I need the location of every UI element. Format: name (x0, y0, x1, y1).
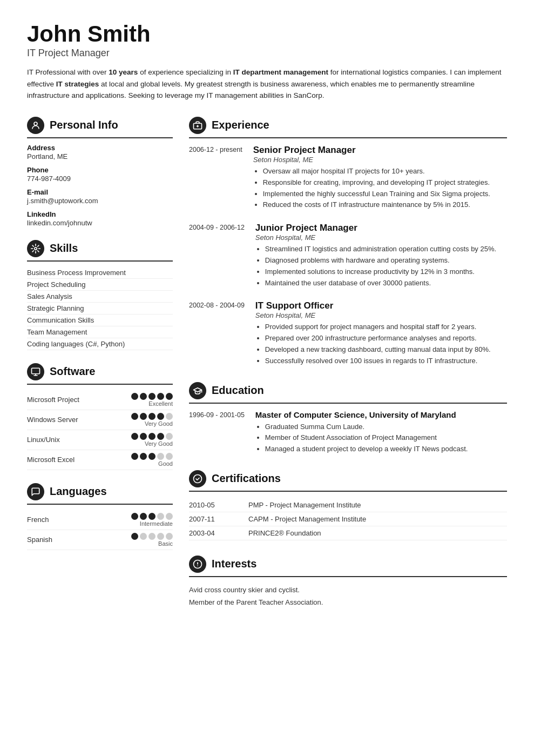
skills-icon (27, 240, 44, 257)
dot (140, 433, 147, 440)
dot (140, 453, 147, 460)
skill-item-6: Team Management (27, 326, 173, 338)
skill-item-3: Sales Analysis (27, 291, 173, 303)
skill-item-1: Business Process Improvement (27, 267, 173, 279)
software-row-1: Microsoft Project Excellent (27, 390, 173, 410)
dot (157, 393, 164, 400)
languages-title: Languages (50, 485, 107, 498)
dot (148, 513, 156, 520)
lang-dots-1 (131, 513, 173, 520)
cert-entry-1: 2010-05 PMP - Project Management Institu… (189, 498, 507, 512)
dot (131, 453, 138, 460)
dot (157, 513, 164, 520)
dot (131, 533, 138, 540)
personal-info-icon (27, 117, 44, 134)
dot (148, 433, 156, 440)
certifications-section-header: Certifications (189, 470, 507, 492)
dot (148, 533, 156, 540)
exp-entry-3: 2002-08 - 2004-09 IT Support Officer Set… (189, 300, 507, 366)
personal-info-phone-value: 774-987-4009 (27, 175, 173, 183)
experience-section-header: Experience (189, 117, 507, 138)
exp-entry-2: 2004-09 - 2006-12 Junior Project Manager… (189, 223, 507, 289)
software-row-4: Microsoft Excel Good (27, 450, 173, 470)
languages-icon (27, 483, 44, 500)
experience-icon (189, 117, 206, 134)
language-row-1: French Intermediate (27, 510, 173, 530)
certifications-icon (189, 470, 206, 487)
dot (166, 393, 173, 400)
certifications-title: Certifications (212, 472, 281, 485)
cert-entry-3: 2003-04 PRINCE2® Foundation (189, 526, 507, 540)
interests-icon (189, 556, 206, 573)
summary-text: IT Professional with over 10 years of ex… (27, 66, 507, 102)
software-dots-4 (131, 453, 173, 460)
skills-section-header: Skills (27, 240, 173, 262)
personal-info-phone-label: Phone (27, 166, 173, 174)
personal-info-address-value: Portland, ME (27, 152, 173, 160)
dot (166, 513, 173, 520)
dot (166, 413, 173, 420)
svg-point-0 (34, 122, 37, 125)
software-dots-2 (131, 413, 173, 420)
svg-rect-2 (32, 368, 40, 374)
personal-info-section-header: Personal Info (27, 117, 173, 138)
dot (166, 433, 173, 440)
experience-title: Experience (212, 119, 269, 131)
dot (166, 533, 173, 540)
exp-bullets-1: Oversaw all major hospital IT projects f… (253, 166, 507, 211)
interests-title: Interests (212, 558, 256, 570)
dot (140, 513, 147, 520)
dot (157, 453, 164, 460)
dot (148, 453, 156, 460)
software-section-header: Software (27, 363, 173, 385)
dot (148, 413, 156, 420)
dot (131, 433, 138, 440)
svg-point-1 (35, 247, 37, 250)
dot (157, 433, 164, 440)
dot (157, 413, 164, 420)
cert-entry-2: 2007-11 CAPM - Project Management Instit… (189, 512, 507, 526)
skill-item-5: Communication Skills (27, 315, 173, 326)
languages-section-header: Languages (27, 483, 173, 505)
candidate-name: John Smith (27, 22, 507, 46)
skill-item-4: Strategic Planning (27, 303, 173, 315)
dot (131, 393, 138, 400)
skill-item-7: Coding languages (C#, Python) (27, 338, 173, 350)
dot (157, 533, 164, 540)
lang-dots-2 (131, 533, 173, 540)
exp-bullets-2: Streamlined IT logistics and administrat… (255, 244, 507, 289)
dot (131, 413, 138, 420)
interest-item-2: Member of the Parent Teacher Association… (189, 596, 507, 608)
dot (140, 413, 147, 420)
education-icon (189, 382, 206, 399)
dot (131, 513, 138, 520)
personal-info-title: Personal Info (50, 119, 118, 131)
skill-item-2: Project Scheduling (27, 279, 173, 291)
personal-info-linkedin-value: linkedin.com/johnutw (27, 219, 173, 227)
edu-bullets-1: Graduated Summa Cum Laude. Member of Stu… (255, 422, 507, 455)
software-title: Software (50, 365, 95, 378)
education-title: Education (212, 384, 264, 397)
personal-info-email-label: E-mail (27, 188, 173, 196)
candidate-title: IT Project Manager (27, 48, 507, 59)
software-row-2: Windows Server Very Good (27, 410, 173, 430)
dot (166, 453, 173, 460)
interests-section-header: Interests (189, 556, 507, 577)
personal-info-address-label: Address (27, 144, 173, 152)
dot (140, 533, 147, 540)
svg-point-8 (194, 474, 202, 483)
software-dots-3 (131, 433, 173, 440)
exp-bullets-3: Provided support for project managers an… (255, 322, 507, 366)
language-row-2: Spanish Basic (27, 530, 173, 550)
software-row-3: Linux/Unix Very Good (27, 430, 173, 450)
dot (140, 393, 147, 400)
dot (148, 393, 156, 400)
skills-title: Skills (50, 242, 78, 255)
interest-item-1: Avid cross country skier and cyclist. (189, 584, 507, 596)
education-section-header: Education (189, 382, 507, 404)
software-dots-1 (131, 393, 173, 400)
personal-info-email-value: j.smith@uptowork.com (27, 197, 173, 205)
exp-entry-1: 2006-12 - present Senior Project Manager… (189, 145, 507, 211)
edu-entry-1: 1996-09 - 2001-05 Master of Computer Sci… (189, 410, 507, 455)
personal-info-linkedin-label: LinkedIn (27, 210, 173, 218)
